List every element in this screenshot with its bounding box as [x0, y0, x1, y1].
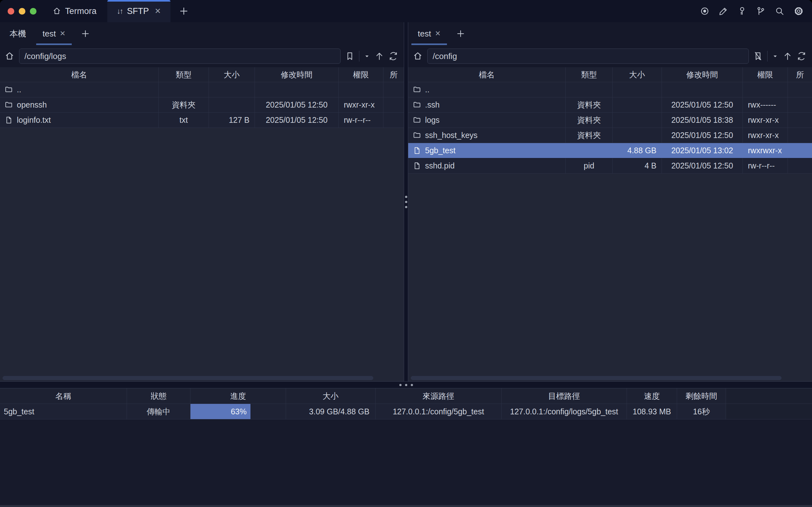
column-header-name[interactable]: 名稱 — [0, 388, 127, 404]
file-perms — [339, 82, 383, 97]
table-row-selected[interactable]: 5gb_test 4.88 GB 2025/01/05 13:02 rwxrwx… — [408, 143, 812, 158]
folder-icon — [4, 101, 13, 109]
refresh-icon[interactable] — [388, 51, 398, 61]
right-pane: test ✕ 檔名 類型 — [408, 22, 812, 381]
column-header-size[interactable]: 大小 — [209, 67, 255, 82]
termora-window: Termora ↓↑ SFTP ✕ 本機 — [0, 0, 812, 507]
splitter-dot — [405, 206, 407, 208]
sftp-updown-arrows-icon: ↓↑ — [117, 7, 122, 15]
left-path-input[interactable] — [19, 49, 341, 64]
file-icon — [4, 116, 13, 124]
column-header-perms[interactable]: 權限 — [743, 67, 788, 82]
edit-pencil-icon[interactable] — [719, 6, 728, 16]
scrollbar-thumb[interactable] — [411, 376, 781, 380]
bookmark-icon[interactable] — [345, 51, 355, 61]
table-row[interactable]: openssh 資料夾 2025/01/05 12:50 rwxr-xr-x — [0, 97, 404, 113]
sftp-tab-close-icon[interactable]: ✕ — [155, 7, 161, 15]
file-size: 127 B — [209, 113, 255, 127]
transfer-area-empty — [0, 419, 812, 505]
tab-termora-home[interactable]: Termora — [45, 0, 107, 22]
right-tab-test[interactable]: test ✕ — [410, 22, 449, 45]
table-row[interactable]: loginfo.txt txt 127 B 2025/01/05 12:50 r… — [0, 113, 404, 128]
window-bottom-edge — [0, 505, 812, 507]
table-row[interactable]: .. — [408, 82, 812, 97]
refresh-icon[interactable] — [797, 51, 806, 61]
zoom-window-button[interactable] — [30, 8, 37, 15]
file-type: 資料夾 — [566, 97, 613, 112]
column-header-remaining[interactable]: 剩餘時間 — [677, 388, 726, 404]
column-header-size[interactable]: 大小 — [286, 388, 376, 404]
tab-sftp[interactable]: ↓↑ SFTP ✕ — [107, 0, 170, 22]
left-tab-test[interactable]: test ✕ — [34, 22, 74, 45]
right-path-input[interactable] — [427, 49, 749, 64]
record-icon[interactable] — [700, 6, 709, 16]
titlebar-actions — [700, 0, 812, 22]
file-size — [209, 97, 255, 112]
left-tab-close-icon[interactable]: ✕ — [60, 30, 65, 38]
right-tab-test-label: test — [418, 29, 431, 39]
left-tab-test-label: test — [43, 29, 56, 39]
table-row[interactable]: .. — [0, 82, 404, 97]
column-header-status[interactable]: 狀態 — [127, 388, 191, 404]
column-header-modified[interactable]: 修改時間 — [662, 67, 743, 82]
file-name: .. — [17, 85, 21, 94]
settings-gear-icon[interactable] — [794, 6, 804, 16]
column-header-speed[interactable]: 速度 — [627, 388, 677, 404]
file-type: 資料夾 — [159, 97, 209, 112]
column-header-owner[interactable]: 所 — [383, 67, 404, 82]
caret-down-icon[interactable] — [364, 53, 370, 59]
bookmark-slash-icon[interactable] — [753, 51, 763, 61]
file-owner — [383, 97, 404, 112]
close-window-button[interactable] — [8, 8, 14, 15]
column-header-source[interactable]: 來源路徑 — [376, 388, 501, 404]
folder-icon — [413, 101, 421, 109]
file-type — [566, 143, 613, 158]
minimize-window-button[interactable] — [19, 8, 25, 15]
file-icon — [413, 162, 421, 170]
transfer-row[interactable]: 5gb_test 傳輸中 63% 3.09 GB/4.88 GB 127.0.0… — [0, 404, 812, 419]
transfer-panel-splitter[interactable] — [0, 381, 812, 388]
left-tab-local[interactable]: 本機 — [1, 22, 34, 45]
arrow-up-icon[interactable] — [375, 51, 384, 61]
file-name: loginfo.txt — [17, 115, 51, 125]
file-perms — [743, 82, 788, 97]
left-new-tab-button[interactable] — [74, 22, 97, 45]
table-row[interactable]: .ssh 資料夾 2025/01/05 12:50 rwx------ — [408, 97, 812, 113]
home-icon[interactable] — [4, 51, 15, 61]
keychain-icon[interactable] — [756, 6, 766, 16]
column-header-name[interactable]: 檔名 — [408, 67, 566, 82]
column-header-progress[interactable]: 進度 — [191, 388, 286, 404]
file-owner — [788, 82, 812, 97]
caret-down-icon[interactable] — [772, 53, 778, 59]
table-row[interactable]: sshd.pid pid 4 B 2025/01/05 12:50 rw-r--… — [408, 158, 812, 174]
column-header-perms[interactable]: 權限 — [339, 67, 383, 82]
file-size: 4.88 GB — [613, 143, 662, 158]
scrollbar-thumb[interactable] — [3, 376, 373, 380]
column-header-modified[interactable]: 修改時間 — [255, 67, 339, 82]
table-row[interactable]: logs 資料夾 2025/01/05 18:38 rwxr-xr-x — [408, 113, 812, 128]
file-perms: rwx------ — [743, 97, 788, 112]
right-tab-close-icon[interactable]: ✕ — [435, 30, 441, 38]
plus-icon — [456, 29, 465, 38]
column-header-type[interactable]: 類型 — [566, 67, 613, 82]
app-tab-label: Termora — [65, 6, 97, 16]
new-terminal-tab-button[interactable] — [170, 0, 197, 22]
right-new-tab-button[interactable] — [449, 22, 472, 45]
column-header-owner[interactable]: 所 — [788, 67, 812, 82]
table-row[interactable]: ssh_host_keys 資料夾 2025/01/05 12:50 rwxr-… — [408, 128, 812, 143]
splitter-dot — [411, 384, 413, 386]
transfer-status: 傳輸中 — [127, 404, 191, 419]
toolbar-divider — [359, 51, 359, 62]
right-table-header: 檔名 類型 大小 修改時間 權限 所 — [408, 67, 812, 82]
key-icon[interactable] — [738, 6, 747, 16]
home-icon[interactable] — [413, 51, 423, 61]
pane-splitter[interactable] — [404, 22, 408, 381]
column-header-target[interactable]: 目標路徑 — [501, 388, 627, 404]
column-header-size[interactable]: 大小 — [613, 67, 662, 82]
search-icon[interactable] — [775, 6, 784, 16]
column-header-name[interactable]: 檔名 — [0, 67, 159, 82]
file-icon — [413, 146, 421, 155]
column-header-type[interactable]: 類型 — [159, 67, 209, 82]
arrow-up-icon[interactable] — [783, 51, 792, 61]
file-perms: rwxrwxr-x — [743, 143, 788, 158]
